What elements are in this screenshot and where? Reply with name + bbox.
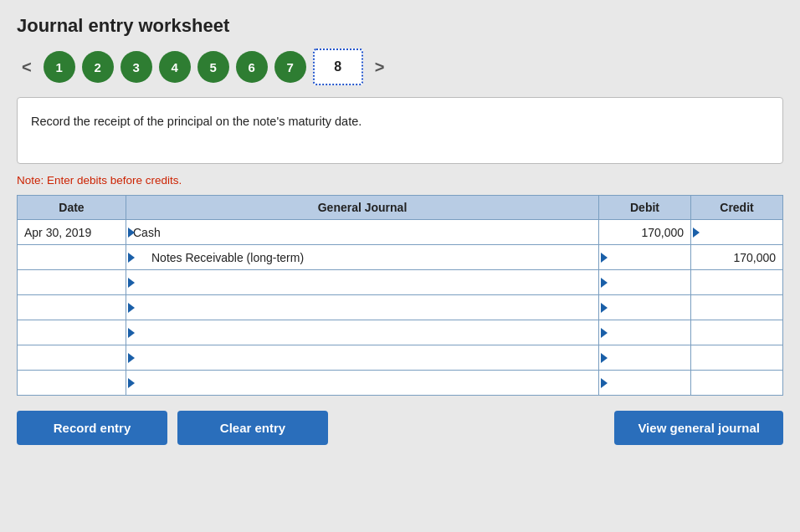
credit-cell [691, 220, 783, 245]
date-cell [18, 371, 126, 396]
step-navigation: < 1 2 3 4 5 6 7 8 > [17, 49, 783, 85]
view-general-journal-button[interactable]: View general journal [614, 411, 783, 445]
row-indicator-icon [128, 303, 135, 313]
step-6[interactable]: 6 [236, 51, 268, 83]
date-cell [18, 245, 126, 270]
debit-cell [599, 320, 691, 345]
table-row: Apr 30, 2019 Cash 170,000 [18, 220, 783, 245]
credit-cell: 170,000 [691, 245, 783, 270]
row-indicator-icon [128, 328, 135, 338]
instruction-text: Record the receipt of the principal on t… [31, 115, 362, 128]
instruction-box: Record the receipt of the principal on t… [17, 97, 783, 164]
table-row: Notes Receivable (long-term) 170,000 [18, 245, 783, 270]
table-row [18, 320, 783, 345]
row-indicator-icon [128, 228, 135, 238]
next-arrow[interactable]: > [370, 56, 390, 79]
col-header-journal: General Journal [126, 196, 599, 220]
step-5[interactable]: 5 [197, 51, 229, 83]
col-header-credit: Credit [691, 196, 783, 220]
date-cell: Apr 30, 2019 [18, 220, 126, 245]
table-row [18, 371, 783, 396]
row-indicator-icon [128, 353, 135, 363]
row-indicator-icon [128, 253, 135, 263]
button-row: Record entry Clear entry View general jo… [17, 411, 783, 445]
journal-table: Date General Journal Debit Credit Apr 30… [17, 195, 783, 396]
record-entry-button[interactable]: Record entry [17, 411, 167, 445]
step-4[interactable]: 4 [159, 51, 191, 83]
debit-cell [599, 295, 691, 320]
col-header-date: Date [18, 196, 126, 220]
credit-cell [691, 371, 783, 396]
account-cell: Cash [126, 220, 599, 245]
step-3[interactable]: 3 [121, 51, 152, 83]
credit-cell [691, 320, 783, 345]
step-2[interactable]: 2 [82, 51, 114, 83]
row-indicator-icon [601, 278, 608, 288]
account-cell [126, 295, 599, 320]
table-row [18, 345, 783, 371]
account-name: Cash [133, 226, 161, 239]
table-row [18, 270, 783, 295]
date-cell [18, 270, 126, 295]
page-title: Journal entry worksheet [17, 15, 783, 37]
prev-arrow[interactable]: < [17, 56, 37, 79]
debit-cell [599, 245, 691, 270]
credit-cell [691, 345, 783, 371]
row-indicator-icon [693, 228, 700, 238]
date-cell [18, 345, 126, 371]
account-cell [126, 270, 599, 295]
table-row [18, 295, 783, 320]
credit-cell [691, 295, 783, 320]
account-cell: Notes Receivable (long-term) [126, 245, 599, 270]
debit-cell [599, 345, 691, 371]
row-indicator-icon [601, 303, 608, 313]
row-indicator-icon [128, 378, 135, 388]
account-cell [126, 320, 599, 345]
date-cell [18, 320, 126, 345]
debit-cell: 170,000 [599, 220, 691, 245]
row-indicator-icon [601, 378, 608, 388]
credit-cell [691, 270, 783, 295]
account-name: Notes Receivable (long-term) [151, 251, 304, 264]
step-7[interactable]: 7 [274, 51, 306, 83]
date-cell [18, 295, 126, 320]
row-indicator-icon [601, 253, 608, 263]
row-indicator-icon [601, 328, 608, 338]
col-header-debit: Debit [599, 196, 691, 220]
debit-cell [599, 371, 691, 396]
account-cell [126, 345, 599, 371]
row-indicator-icon [601, 353, 608, 363]
clear-entry-button[interactable]: Clear entry [177, 411, 328, 445]
note-text: Note: Enter debits before credits. [17, 174, 783, 187]
step-8[interactable]: 8 [313, 49, 363, 85]
debit-cell [599, 270, 691, 295]
row-indicator-icon [128, 278, 135, 288]
step-1[interactable]: 1 [44, 51, 75, 83]
account-cell [126, 371, 599, 396]
